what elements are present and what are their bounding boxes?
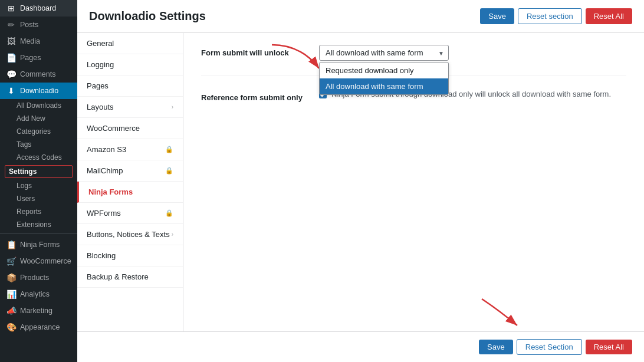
- footer-reset-section-button[interactable]: Reset Section: [517, 339, 582, 355]
- sidebar-divider-1: [0, 233, 77, 234]
- sidebar-label-ninja-forms: Ninja Forms: [20, 241, 60, 249]
- appearance-icon: 🎨: [6, 322, 17, 332]
- settings-nav-pages[interactable]: Pages: [77, 75, 183, 97]
- form-submit-unlock-select[interactable]: Requested download only All download wit…: [319, 45, 449, 61]
- sidebar-sub-tags[interactable]: Tags: [0, 138, 77, 151]
- sidebar-sub-extensions[interactable]: Extensions: [0, 218, 77, 231]
- sidebar-label-media: Media: [20, 37, 40, 45]
- sidebar-sub-add-new[interactable]: Add New: [0, 112, 77, 125]
- sidebar-label-woocommerce: WooCommerce: [20, 257, 71, 265]
- header-reset-section-button[interactable]: Reset section: [518, 8, 582, 24]
- sidebar-sub-access-codes[interactable]: Access Codes: [0, 151, 77, 164]
- sidebar-item-downloadio[interactable]: ⬇ Downloadio: [0, 83, 77, 99]
- sidebar-sub-settings[interactable]: Settings: [5, 165, 73, 178]
- pages-icon: 📄: [6, 53, 17, 62]
- header-reset-all-button[interactable]: Reset All: [586, 8, 632, 24]
- page-footer: Save Reset Section Reset All: [77, 331, 644, 362]
- header-save-button[interactable]: Save: [480, 8, 514, 24]
- header-buttons: Save Reset section Reset All: [480, 8, 632, 24]
- sidebar-label-downloadio: Downloadio: [20, 87, 58, 95]
- settings-nav: General Logging Pages Layouts › WooComme…: [77, 33, 183, 331]
- sidebar-label-analytics: Analytics: [20, 290, 50, 298]
- sidebar-label-posts: Posts: [20, 21, 38, 29]
- field2-label: Reference form submit only: [201, 90, 319, 102]
- settings-nav-layouts[interactable]: Layouts ›: [77, 97, 183, 118]
- woocommerce-icon: 🛒: [6, 256, 17, 266]
- analytics-icon: 📊: [6, 289, 17, 299]
- sidebar-item-dashboard[interactable]: ⊞ Dashboard: [0, 0, 77, 17]
- sidebar-item-analytics[interactable]: 📊 Analytics: [0, 286, 77, 302]
- products-icon: 📦: [6, 273, 17, 282]
- sidebar-label-comments: Comments: [20, 70, 55, 78]
- footer-save-button[interactable]: Save: [479, 340, 513, 354]
- lock-icon-wpforms: 🔒: [165, 209, 173, 217]
- settings-nav-logging[interactable]: Logging: [77, 54, 183, 75]
- form-row-unlock: Form submit will unlock Requested downlo…: [201, 45, 626, 75]
- settings-nav-buttons-notices[interactable]: Buttons, Notices & Texts ›: [77, 224, 183, 245]
- dashboard-icon: ⊞: [6, 4, 17, 13]
- sidebar-item-media[interactable]: 🖼 Media: [0, 33, 77, 50]
- sidebar-label-pages: Pages: [20, 54, 41, 62]
- sidebar-label-products: Products: [20, 274, 49, 282]
- settings-nav-blocking[interactable]: Blocking: [77, 245, 183, 266]
- sidebar-item-appearance[interactable]: 🎨 Appearance: [0, 319, 77, 335]
- dropdown-option-requested[interactable]: Requested download only: [320, 62, 448, 78]
- comments-icon: 💬: [6, 70, 17, 79]
- lock-icon-amazon: 🔒: [165, 146, 173, 153]
- sidebar-sub-reports[interactable]: Reports: [0, 205, 77, 218]
- footer-reset-all-button[interactable]: Reset All: [586, 340, 632, 354]
- dropdown-container: Requested download only All download wit…: [319, 45, 449, 61]
- downloadio-icon: ⬇: [6, 86, 17, 96]
- sidebar-item-ninja-forms[interactable]: 📋 Ninja Forms: [0, 236, 77, 253]
- settings-nav-general[interactable]: General: [77, 33, 183, 54]
- sidebar-label-dashboard: Dashboard: [20, 4, 56, 12]
- settings-nav-mailchimp[interactable]: MailChimp 🔒: [77, 160, 183, 182]
- main-area: Downloadio Settings Save Reset section R…: [77, 0, 644, 362]
- sidebar-item-woocommerce[interactable]: 🛒 WooCommerce: [0, 253, 77, 269]
- settings-nav-backup-restore[interactable]: Backup & Restore: [77, 266, 183, 288]
- sidebar-sub-all-downloads[interactable]: All Downloads: [0, 99, 77, 112]
- sidebar-label-marketing: Marketing: [20, 307, 52, 315]
- sidebar-sub-logs[interactable]: Logs: [0, 179, 77, 192]
- page-header: Downloadio Settings Save Reset section R…: [77, 0, 644, 33]
- posts-icon: ✏: [6, 20, 17, 29]
- sidebar-item-posts[interactable]: ✏ Posts: [0, 17, 77, 33]
- sidebar-item-pages[interactable]: 📄 Pages: [0, 50, 77, 66]
- lock-icon-mailchimp: 🔒: [165, 167, 173, 175]
- content-area: General Logging Pages Layouts › WooComme…: [77, 33, 644, 331]
- sidebar-item-products[interactable]: 📦 Products: [0, 269, 77, 286]
- chevron-right-icon: ›: [172, 104, 173, 110]
- dropdown-popup: Requested download only All download wit…: [319, 62, 449, 95]
- dropdown-option-all-same[interactable]: All download with same form: [320, 78, 448, 94]
- sidebar-label-appearance: Appearance: [20, 323, 60, 331]
- sidebar-sub-categories[interactable]: Categories: [0, 125, 77, 138]
- settings-nav-wpforms[interactable]: WPForms 🔒: [77, 203, 183, 224]
- sidebar-sub-users[interactable]: Users: [0, 192, 77, 205]
- chevron-right-icon-buttons: ›: [172, 231, 173, 238]
- media-icon: 🖼: [6, 37, 17, 46]
- sidebar-item-comments[interactable]: 💬 Comments: [0, 66, 77, 83]
- sidebar: ⊞ Dashboard ✏ Posts 🖼 Media 📄 Pages 💬 Co…: [0, 0, 77, 362]
- settings-nav-amazon-s3[interactable]: Amazon S3 🔒: [77, 139, 183, 160]
- ninja-forms-icon: 📋: [6, 240, 17, 249]
- settings-nav-ninja-forms[interactable]: Ninja Forms: [77, 182, 183, 203]
- sidebar-item-marketing[interactable]: 📣 Marketing: [0, 302, 77, 319]
- settings-nav-woocommerce[interactable]: WooCommerce: [77, 118, 183, 139]
- page-title: Downloadio Settings: [89, 9, 206, 23]
- field1-label: Form submit will unlock: [201, 45, 319, 57]
- marketing-icon: 📣: [6, 306, 17, 315]
- field1-control: Requested download only All download wit…: [319, 45, 626, 61]
- settings-content: Form submit will unlock Requested downlo…: [183, 33, 644, 331]
